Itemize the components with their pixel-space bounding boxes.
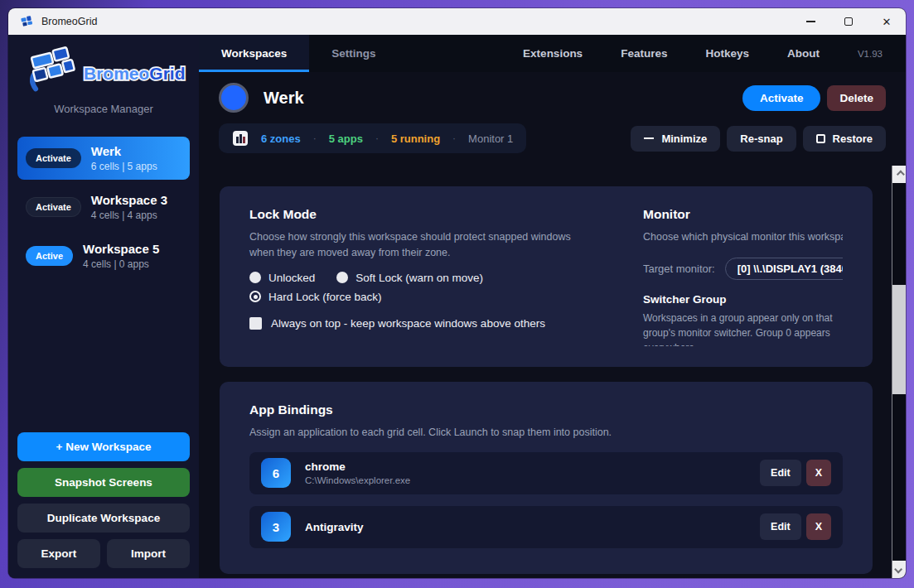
chevron-down-icon bbox=[894, 566, 902, 574]
nav-link-item[interactable]: About bbox=[787, 47, 820, 60]
workspace-color-avatar[interactable] bbox=[219, 83, 249, 113]
nav-link-item[interactable]: Features bbox=[621, 47, 667, 60]
scrollbar-track[interactable] bbox=[892, 183, 906, 561]
workspace-name: Workspace 5 bbox=[83, 242, 159, 256]
app-window: BromeoGrid ✕ bbox=[8, 8, 906, 578]
stat-separator: · bbox=[452, 133, 456, 144]
delete-button[interactable]: Delete bbox=[827, 85, 886, 111]
app-bindings-panel: App Bindings Assign an application to ea… bbox=[220, 382, 873, 574]
app-path: C:\Windows\explorer.exe bbox=[305, 475, 410, 485]
sidebar: BromeoGrid Workspace Manager Activate We… bbox=[8, 35, 199, 578]
resnap-button[interactable]: Re-snap bbox=[727, 126, 796, 152]
duplicate-workspace-button[interactable]: Duplicate Workspace bbox=[17, 504, 190, 533]
app-bindings-list: 6 chrome C:\Windows\explorer.exe Edit X … bbox=[249, 452, 843, 548]
minimize-workspace-button[interactable]: Minimize bbox=[631, 126, 720, 152]
lock-mode-description: Choose how strongly this workspace shoul… bbox=[249, 229, 597, 261]
cell-number-badge: 3 bbox=[261, 512, 291, 542]
workspace-name: Workspace 3 bbox=[91, 193, 167, 207]
target-monitor-label: Target monitor: bbox=[643, 263, 715, 275]
nav-tab[interactable]: Workspaces bbox=[199, 35, 309, 72]
target-monitor-select[interactable]: [0] \\.\DISPLAY1 (3840x2112)▾ bbox=[725, 258, 843, 280]
stat-item: 5 running bbox=[391, 133, 440, 145]
settings-panel: Lock Mode Choose how strongly this works… bbox=[220, 186, 873, 367]
app-binding-row: 6 chrome C:\Windows\explorer.exe Edit X bbox=[249, 452, 843, 494]
minimize-icon bbox=[806, 21, 815, 22]
scrollbar-down-button[interactable] bbox=[892, 561, 906, 578]
radio-icon bbox=[249, 272, 261, 283]
version-label: V1.93 bbox=[858, 49, 883, 59]
always-on-top-checkbox-row[interactable]: Always on top - keep workspace windows a… bbox=[249, 317, 622, 330]
workspace-name: Werk bbox=[91, 144, 157, 158]
workspace-badge[interactable]: Activate bbox=[26, 197, 81, 217]
minus-icon bbox=[644, 137, 654, 139]
brand-subtitle: Workspace Manager bbox=[17, 103, 190, 115]
radio-label: Unlocked bbox=[268, 272, 315, 284]
app-bindings-title: App Bindings bbox=[249, 402, 843, 417]
close-icon: ✕ bbox=[883, 17, 892, 27]
radio-label: Hard Lock (force back) bbox=[268, 291, 382, 303]
brand-name-first: Bromeo bbox=[84, 64, 149, 83]
workspace-list-item[interactable]: Activate Workspace 3 4 cells | 4 apps bbox=[17, 186, 190, 229]
app-binding-row: 3 Antigravity Edit X bbox=[249, 506, 843, 548]
nav-link-item[interactable]: Hotkeys bbox=[705, 47, 749, 60]
lock-mode-radio[interactable]: Hard Lock (force back) bbox=[249, 291, 382, 303]
lock-mode-radio[interactable]: Soft Lock (warn on move) bbox=[336, 272, 483, 284]
radio-icon bbox=[249, 291, 261, 302]
always-on-top-label: Always on top - keep workspace windows a… bbox=[271, 317, 545, 330]
stat-item: 6 zones bbox=[261, 133, 301, 145]
titlebar: BromeoGrid ✕ bbox=[8, 8, 906, 35]
maximize-icon bbox=[844, 17, 853, 26]
workspace-badge[interactable]: Active bbox=[26, 246, 73, 266]
edit-binding-button[interactable]: Edit bbox=[760, 513, 801, 540]
window-maximize-button[interactable] bbox=[829, 8, 868, 35]
window-minimize-button[interactable] bbox=[791, 8, 829, 35]
brand-grid-icon: BromeoGrid bbox=[21, 46, 186, 98]
window-close-button[interactable]: ✕ bbox=[868, 8, 906, 35]
restore-button[interactable]: Restore bbox=[803, 126, 886, 152]
remove-binding-button[interactable]: X bbox=[806, 460, 831, 486]
switcher-group-title: Switcher Group bbox=[643, 293, 843, 306]
scrollbar-up-button[interactable] bbox=[892, 166, 906, 183]
export-button[interactable]: Export bbox=[17, 539, 100, 568]
workspace-header: Werk Activate Delete 6 zones· bbox=[199, 72, 906, 166]
snapshot-screens-button[interactable]: Snapshot Screens bbox=[17, 468, 190, 497]
workspace-list-item[interactable]: Active Workspace 5 4 cells | 0 apps bbox=[17, 234, 190, 277]
brand-logo: BromeoGrid Workspace Manager bbox=[17, 43, 190, 115]
workspace-badge[interactable]: Activate bbox=[26, 148, 81, 168]
monitor-description: Choose which physical monitor this works… bbox=[643, 229, 843, 245]
scrollbar-thumb[interactable] bbox=[892, 285, 906, 394]
workspace-meta: 6 cells | 5 apps bbox=[91, 161, 157, 172]
nav-link-item[interactable]: Extensions bbox=[523, 47, 583, 60]
new-workspace-button[interactable]: + New Workspace bbox=[17, 432, 190, 461]
square-icon bbox=[816, 134, 825, 143]
lock-mode-radios: Unlocked Soft Lock (warn on move) Hard L… bbox=[249, 272, 573, 303]
monitor-section: Monitor Choose which physical monitor th… bbox=[622, 207, 843, 346]
lock-mode-radio[interactable]: Unlocked bbox=[249, 272, 315, 284]
app-name: Antigravity bbox=[305, 521, 364, 533]
lock-mode-section: Lock Mode Choose how strongly this works… bbox=[249, 207, 622, 346]
brand-name-second: Grid bbox=[149, 64, 185, 83]
app-name: chrome bbox=[305, 460, 410, 473]
workspace-list: Activate Werk 6 cells | 5 apps Activate … bbox=[17, 137, 190, 283]
grid-chart-icon bbox=[232, 130, 249, 147]
checkbox-icon[interactable] bbox=[249, 317, 262, 330]
switcher-group-description: Workspaces in a group appear only on tha… bbox=[643, 311, 843, 346]
activate-button[interactable]: Activate bbox=[742, 85, 821, 111]
stat-item: 5 apps bbox=[329, 133, 363, 145]
svg-text:BromeoGrid: BromeoGrid bbox=[84, 64, 186, 83]
import-button[interactable]: Import bbox=[107, 539, 190, 568]
nav-links: ExtensionsFeaturesHotkeysAboutV1.93 bbox=[523, 35, 906, 72]
stat-separator: · bbox=[313, 133, 317, 144]
lock-mode-title: Lock Mode bbox=[249, 207, 622, 222]
remove-binding-button[interactable]: X bbox=[806, 513, 831, 540]
edit-binding-button[interactable]: Edit bbox=[760, 460, 801, 486]
vertical-scrollbar[interactable] bbox=[892, 166, 906, 578]
top-nav: WorkspacesSettings ExtensionsFeaturesHot… bbox=[199, 35, 906, 72]
nav-tab[interactable]: Settings bbox=[309, 35, 398, 72]
window-title: BromeoGrid bbox=[41, 16, 97, 27]
workspace-title: Werk bbox=[264, 89, 304, 108]
workspace-list-item[interactable]: Activate Werk 6 cells | 5 apps bbox=[17, 137, 190, 180]
chevron-up-icon bbox=[896, 171, 904, 179]
workspace-meta: 4 cells | 4 apps bbox=[91, 210, 167, 221]
monitor-title: Monitor bbox=[643, 207, 843, 222]
